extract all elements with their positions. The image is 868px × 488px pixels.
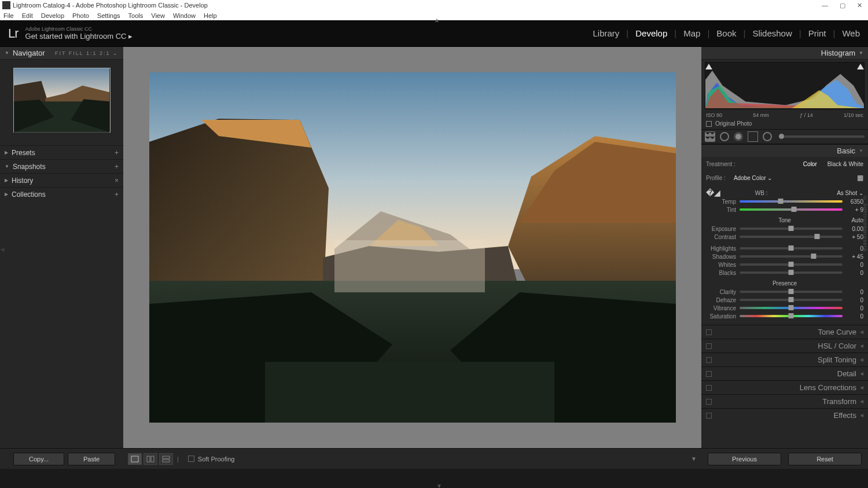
slider-highlights[interactable]: Highlights0 [706,244,863,252]
minimize-icon[interactable]: — [822,2,828,9]
panel-switch-icon[interactable] [706,399,712,405]
panel-effects[interactable]: Effects◀ [701,408,868,422]
module-print[interactable]: Print [808,28,826,38]
slider-shadows[interactable]: Shadows+ 45 [706,252,863,260]
module-web[interactable]: Web [842,28,860,38]
photo-preview[interactable] [149,72,676,423]
clear-history-icon[interactable]: × [115,177,119,185]
menu-photo[interactable]: Photo [72,12,89,19]
panel-tone-curve[interactable]: Tone Curve◀ [701,325,868,339]
panel-switch-icon[interactable] [706,329,712,335]
tint-track[interactable] [740,208,843,211]
shadows-thumb[interactable] [811,254,816,259]
panel-transform[interactable]: Transform◀ [701,394,868,408]
exposure-track[interactable] [740,228,843,230]
vibrance-thumb[interactable] [789,305,794,310]
toolbar-dropdown-icon[interactable]: ▼ [691,456,697,462]
panel-switch-icon[interactable] [706,371,712,377]
module-develop[interactable]: Develop [635,28,667,38]
slider-exposure[interactable]: Exposure0.00 [706,225,863,233]
histogram-header[interactable]: Histogram ▼ [701,47,868,60]
graduated-filter-icon[interactable] [748,131,758,142]
menu-help[interactable]: Help [204,12,217,19]
menu-file[interactable]: File [3,12,14,19]
previous-button[interactable]: Previous [708,453,781,465]
before-after-tb-icon[interactable] [159,453,173,465]
module-map[interactable]: Map [683,28,700,38]
menu-settings[interactable]: Settings [97,12,120,19]
wb-dropdown[interactable]: As Shot ⌄ [837,190,863,196]
shadows-track[interactable] [740,255,843,258]
close-icon[interactable]: ✕ [857,2,862,9]
header-link[interactable]: Get started with Lightroom CC ▸ [25,32,133,41]
clarity-track[interactable] [740,291,843,293]
reset-button[interactable]: Reset [788,453,862,465]
module-slideshow[interactable]: Slideshow [752,28,792,38]
collapse-left-icon[interactable]: ◀ [0,244,5,255]
auto-button[interactable]: Auto [851,217,863,223]
vibrance-track[interactable] [740,307,843,309]
copy-button[interactable]: Copy... [13,453,64,465]
tint-thumb[interactable] [792,207,797,212]
slider-vibrance[interactable]: Vibrance0 [706,304,863,312]
contrast-thumb[interactable] [814,234,819,239]
module-book[interactable]: Book [716,28,736,38]
spot-removal-icon[interactable] [720,132,729,141]
blacks-track[interactable] [740,271,843,274]
adjustment-brush-slider[interactable] [779,135,865,138]
dehaze-thumb[interactable] [789,297,794,302]
panel-switch-icon[interactable] [706,413,712,419]
slider-dehaze[interactable]: Dehaze0 [706,296,863,304]
contrast-track[interactable] [740,236,843,238]
clarity-thumb[interactable] [789,289,794,294]
collapse-top-icon[interactable]: ▲ [434,17,440,23]
panel-split-toning[interactable]: Split Toning◀ [701,353,868,366]
panel-presets[interactable]: ▶Presets+ [0,145,123,159]
menu-tools[interactable]: Tools [128,12,144,19]
original-photo-toggle[interactable]: Original Photo [701,118,868,129]
slider-clarity[interactable]: Clarity0 [706,288,863,296]
panel-collections[interactable]: ▶Collections+ [0,187,123,201]
eyedropper-icon[interactable]: �◢ [706,188,720,197]
menu-window[interactable]: Window [173,12,196,19]
navigator-thumbnail[interactable] [13,68,111,133]
panel-lens-corrections[interactable]: Lens Corrections◀ [701,380,868,394]
redeye-tool-icon[interactable] [734,132,743,141]
blacks-thumb[interactable] [789,270,794,275]
treatment-color[interactable]: Color [803,161,817,167]
saturation-thumb[interactable] [789,313,794,318]
dehaze-track[interactable] [740,299,843,301]
module-library[interactable]: Library [593,28,619,38]
exposure-thumb[interactable] [789,226,794,231]
panel-switch-icon[interactable] [706,343,712,349]
whites-thumb[interactable] [789,262,794,267]
collapse-right-icon[interactable]: ▶ [863,244,868,255]
menu-develop[interactable]: Develop [41,12,64,19]
panel-detail[interactable]: Detail◀ [701,366,868,380]
slider-blacks[interactable]: Blacks0 [706,269,863,277]
navigator-header[interactable]: ▼ Navigator FIT FILL 1:1 2:1 ⌄ [0,47,123,60]
treatment-bw[interactable]: Black & White [827,161,863,167]
temp-track[interactable] [740,200,843,203]
loupe-view-icon[interactable] [128,453,142,465]
highlights-thumb[interactable] [789,245,794,251]
before-after-lr-icon[interactable] [144,453,157,465]
slider-contrast[interactable]: Contrast+ 50 [706,233,863,241]
crop-tool-icon[interactable] [705,131,715,142]
saturation-track[interactable] [740,315,843,317]
menu-view[interactable]: View [151,12,165,19]
panel-snapshots[interactable]: ▼Snapshots+ [0,159,123,173]
checkbox-icon[interactable] [706,121,712,127]
radial-filter-icon[interactable] [763,132,772,141]
menu-edit[interactable]: Edit [22,12,33,19]
collapse-bottom-icon[interactable]: ▼ [434,483,444,488]
profile-browser-icon[interactable]: ▦ [857,174,863,182]
whites-track[interactable] [740,263,843,266]
basic-panel-header[interactable]: Basic ▼ [701,144,868,157]
histogram-display[interactable] [705,62,865,109]
add-preset-icon[interactable]: + [115,149,119,157]
canvas-area[interactable] [123,47,701,448]
add-collection-icon[interactable]: + [115,190,119,199]
slider-temp[interactable]: Temp6350 [706,197,863,206]
profile-dropdown[interactable]: Adobe Color ⌄ [734,175,772,181]
